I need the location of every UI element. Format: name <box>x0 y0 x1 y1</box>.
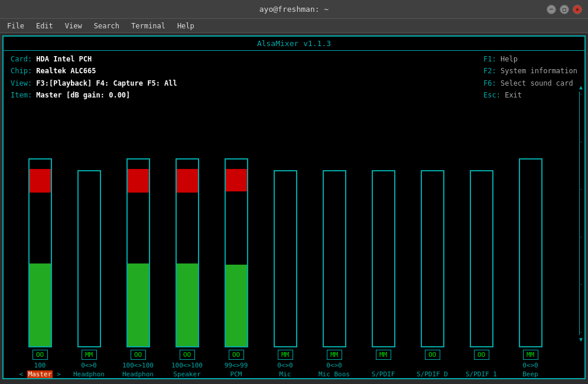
ch-label: Headphon <box>73 370 105 378</box>
alsamixer-container: AlsaMixer v1.1.3 Card: HDA Intel PCH Chi… <box>2 35 586 379</box>
ch-label: S/PDIF <box>372 370 395 378</box>
scroll-indicator: ▲ - - - - - - ▼ <box>579 84 583 343</box>
mm-box: OO <box>180 350 195 360</box>
fader-green <box>226 265 247 346</box>
fader-container <box>126 158 150 347</box>
fader-fill <box>520 169 541 346</box>
fader-gap <box>128 193 149 263</box>
fader-container <box>225 158 248 347</box>
fader-gap <box>177 193 198 263</box>
scroll-track: - - - - - - <box>579 92 583 335</box>
fader-container <box>519 158 542 347</box>
channel-headphon[interactable]: MM 0<>0 Headphon <box>64 170 113 378</box>
channel-speaker[interactable]: OO 100<>100 Speaker <box>163 158 212 378</box>
ch-label: PCM <box>230 370 242 378</box>
title-bar-buttons: ─ □ ✕ <box>547 5 582 14</box>
fader-gap <box>520 169 541 346</box>
chip-value: Realtek ALC665 <box>36 67 96 75</box>
ch-label: S/PDIF 1 <box>466 370 497 378</box>
channel-mic[interactable]: MM 0<>0 Mic <box>261 170 310 378</box>
mm-box: MM <box>82 350 97 360</box>
channel-headphon[interactable]: OO 100<>100 Headphon <box>113 158 163 378</box>
fader-gap <box>226 191 247 265</box>
fader-container <box>176 158 199 347</box>
fader-red <box>128 169 149 193</box>
channel-beep[interactable]: MM 0<>0 Beep <box>506 158 555 378</box>
ch-label: Mic Boos <box>319 370 350 378</box>
scroll-up-arrow: ▲ <box>579 84 583 90</box>
maximize-button[interactable]: □ <box>560 5 569 14</box>
fader-container-empty <box>372 170 395 347</box>
view-value: F3:[Playback] F4: Capture F5: All <box>36 79 177 87</box>
menu-file[interactable]: File <box>2 21 29 31</box>
alsa-title: AlsaMixer v1.1.3 <box>4 37 584 51</box>
ch-label: S/PDIF D <box>417 370 448 378</box>
menu-view[interactable]: View <box>60 21 87 31</box>
ch-label: Mic <box>280 370 291 378</box>
close-button[interactable]: ✕ <box>573 5 582 14</box>
channels-area: OO 100 < Master > MM 0<>0 Headphon OO 10… <box>4 104 584 378</box>
vol-value: 100 <box>34 362 46 369</box>
vol-value <box>479 362 483 369</box>
title-bar-text: ayo@freshman: ~ <box>41 5 547 14</box>
channel-s/pdif-d[interactable]: OO S/PDIF D <box>408 170 457 378</box>
menu-edit[interactable]: Edit <box>31 21 58 31</box>
scroll-down-arrow: ▼ <box>579 336 583 343</box>
vol-value: 0<>0 <box>81 362 97 369</box>
fader-red <box>177 169 198 193</box>
fader-container-empty <box>470 170 493 347</box>
menu-terminal[interactable]: Terminal <box>126 21 170 31</box>
mm-box: MM <box>278 350 293 360</box>
minimize-button[interactable]: ─ <box>547 5 556 14</box>
vol-value: 0<>0 <box>277 362 293 369</box>
info-left: Card: HDA Intel PCH Chip: Realtek ALC665… <box>11 53 177 102</box>
fader-container-empty <box>274 170 297 347</box>
mm-box: OO <box>33 350 48 360</box>
mm-box: MM <box>523 350 538 360</box>
channel-pcm[interactable]: OO 99<>99 PCM <box>212 158 261 378</box>
fader-red <box>30 169 51 193</box>
mm-box: OO <box>474 350 489 360</box>
fader-fill <box>128 169 149 346</box>
fader-gap <box>30 193 51 263</box>
ch-label: Speaker <box>173 370 200 378</box>
mm-box: MM <box>327 350 342 360</box>
ch-label: Headphon <box>122 370 154 378</box>
fader-container-empty <box>421 170 444 347</box>
fader-green <box>177 263 198 346</box>
vol-value <box>430 362 434 369</box>
channel-master[interactable]: OO 100 < Master > <box>15 158 64 378</box>
mm-box: OO <box>425 350 440 360</box>
fader-container <box>28 158 52 347</box>
info-right: F1: Help F2: System information F6: Sele… <box>483 53 577 102</box>
info-row: Card: HDA Intel PCH Chip: Realtek ALC665… <box>4 51 584 104</box>
mm-box: OO <box>131 350 146 360</box>
fader-green <box>128 263 149 346</box>
fader-red <box>226 169 247 191</box>
vol-value <box>381 362 385 369</box>
vol-value: 99<>99 <box>225 362 248 369</box>
menu-bar: File Edit View Search Terminal Help <box>0 19 588 33</box>
mm-box: OO <box>229 350 244 360</box>
fader-green <box>30 263 51 346</box>
title-bar: ayo@freshman: ~ ─ □ ✕ <box>0 0 588 19</box>
mm-box: MM <box>376 350 391 360</box>
fader-container-empty <box>323 170 346 347</box>
menu-search[interactable]: Search <box>89 21 124 31</box>
fader-fill <box>177 169 198 346</box>
vol-value: 0<>0 <box>326 362 342 369</box>
channel-mic-boos[interactable]: MM 0<>0 Mic Boos <box>310 170 359 378</box>
vol-value: 100<>100 <box>171 362 203 369</box>
fader-container-empty <box>77 170 101 347</box>
vol-value: 100<>100 <box>122 362 154 369</box>
vol-value: 0<>0 <box>522 362 538 369</box>
channel-s/pdif-1[interactable]: OO S/PDIF 1 <box>457 170 506 378</box>
menu-help[interactable]: Help <box>173 21 199 31</box>
ch-label: Beep <box>522 370 538 378</box>
ch-label-selected: < Master > <box>19 370 60 378</box>
fader-fill <box>30 169 51 346</box>
channel-s/pdif[interactable]: MM S/PDIF <box>359 170 408 378</box>
card-value: HDA Intel PCH <box>36 55 92 63</box>
item-value: Master [dB gain: 0.00] <box>36 91 130 99</box>
fader-fill <box>226 169 247 346</box>
